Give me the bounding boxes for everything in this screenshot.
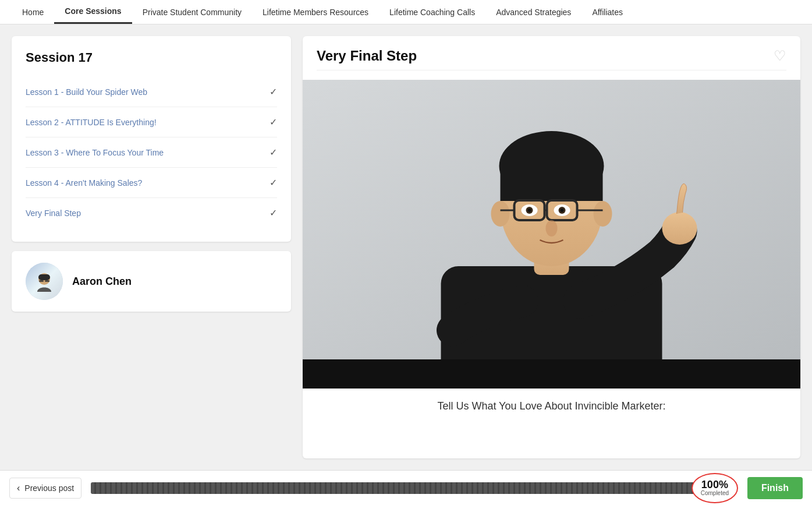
lesson-check-lesson-3: ✓ (270, 147, 277, 158)
lesson-item-lesson-4[interactable]: Lesson 4 - Aren't Making Sales?✓ (26, 167, 277, 197)
nav-item-core-sessions[interactable]: Core Sessions (54, 0, 132, 24)
session-title: Session 17 (26, 50, 277, 65)
lesson-link-lesson-4[interactable]: Lesson 4 - Aren't Making Sales? (26, 178, 142, 188)
svg-rect-10 (501, 166, 603, 201)
lesson-check-lesson-5: ✓ (270, 207, 277, 218)
heart-icon[interactable]: ♡ (774, 48, 786, 64)
nav-item-affiliates[interactable]: Affiliates (581, 0, 633, 24)
nav-item-lifetime-members-resources[interactable]: Lifetime Members Resources (252, 0, 379, 24)
lesson-link-lesson-2[interactable]: Lesson 2 - ATTITUDE Is Everything! (26, 118, 157, 127)
video-title: Very Final Step (317, 48, 417, 64)
lesson-item-lesson-2[interactable]: Lesson 2 - ATTITUDE Is Everything!✓ (26, 107, 277, 137)
right-panel: Very Final Step ♡ (303, 36, 800, 458)
divider (317, 70, 786, 70)
main-content: Session 17 Lesson 1 - Build Your Spider … (0, 24, 812, 470)
nav-item-lifetime-coaching-calls[interactable]: Lifetime Coaching Calls (379, 0, 485, 24)
video-header: Very Final Step ♡ (303, 36, 800, 70)
svg-point-25 (662, 212, 697, 245)
svg-point-12 (594, 201, 612, 227)
video-below-text: Tell Us What You Love About Invincible M… (303, 389, 800, 424)
avatar-image (26, 263, 63, 300)
video-thumbnail (303, 80, 800, 359)
lesson-list: Lesson 1 - Build Your Spider Web✓Lesson … (26, 77, 277, 228)
svg-point-11 (491, 201, 510, 227)
svg-point-20 (528, 209, 531, 212)
lesson-link-lesson-5[interactable]: Very Final Step (26, 209, 81, 218)
svg-point-24 (546, 220, 558, 236)
lesson-link-lesson-1[interactable]: Lesson 1 - Build Your Spider Web (26, 87, 147, 97)
nav-item-home[interactable]: Home (12, 0, 54, 24)
lesson-check-lesson-4: ✓ (270, 177, 277, 188)
lesson-check-lesson-1: ✓ (270, 86, 277, 97)
svg-point-23 (561, 209, 564, 212)
nav-item-advanced-strategies[interactable]: Advanced Strategies (485, 0, 581, 24)
nav-item-private-student-community[interactable]: Private Student Community (132, 0, 252, 24)
svg-rect-1 (38, 274, 50, 280)
video-controls-bar[interactable] (303, 359, 800, 389)
lesson-item-lesson-5[interactable]: Very Final Step✓ (26, 197, 277, 228)
svg-rect-3 (45, 280, 49, 282)
lesson-link-lesson-3[interactable]: Lesson 3 - Where To Focus Your Time (26, 148, 164, 157)
instructor-name: Aaron Chen (72, 276, 132, 288)
lesson-item-lesson-1[interactable]: Lesson 1 - Build Your Spider Web✓ (26, 77, 277, 107)
left-panel: Session 17 Lesson 1 - Build Your Spider … (12, 36, 291, 458)
instructor-card: Aaron Chen (12, 251, 291, 312)
lesson-item-lesson-3[interactable]: Lesson 3 - Where To Focus Your Time✓ (26, 137, 277, 167)
svg-rect-2 (39, 280, 44, 282)
avatar (26, 263, 63, 300)
video-container (303, 80, 800, 359)
session-card: Session 17 Lesson 1 - Build Your Spider … (12, 36, 291, 242)
lesson-check-lesson-2: ✓ (270, 116, 277, 128)
nav-bar: HomeCore SessionsPrivate Student Communi… (0, 0, 812, 24)
